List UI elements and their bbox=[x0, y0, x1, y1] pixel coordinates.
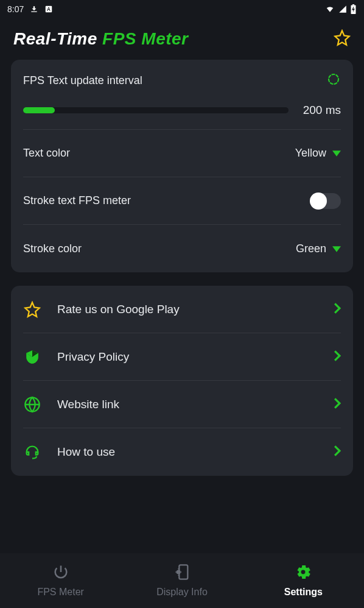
gear-icon bbox=[295, 564, 312, 583]
dropdown-caret-icon bbox=[332, 242, 341, 255]
star-icon bbox=[23, 301, 41, 318]
nav-settings[interactable]: Settings bbox=[243, 553, 364, 608]
power-icon bbox=[52, 564, 69, 583]
favorite-star-icon[interactable] bbox=[334, 29, 351, 49]
rate-us-label: Rate us on Google Play bbox=[57, 303, 318, 316]
nav-settings-label: Settings bbox=[284, 587, 323, 598]
chevron-right-icon bbox=[334, 398, 341, 411]
app-badge-icon: A bbox=[44, 5, 53, 13]
stroke-color-label: Stroke color bbox=[23, 242, 82, 255]
settings-card: FPS Text update interval 200 ms Text col… bbox=[11, 60, 353, 272]
svg-point-4 bbox=[329, 74, 338, 84]
app-header: Real-Time FPS Meter bbox=[0, 18, 364, 60]
app-title: Real-Time FPS Meter bbox=[13, 29, 189, 49]
text-color-row[interactable]: Text color Yellow bbox=[23, 130, 341, 177]
status-bar: 8:07 A bbox=[0, 0, 364, 18]
svg-point-7 bbox=[177, 570, 181, 574]
website-label: Website link bbox=[57, 398, 318, 411]
update-interval-label: FPS Text update interval bbox=[23, 74, 142, 87]
text-color-value: Yellow bbox=[295, 147, 326, 160]
stroke-toggle-row: Stroke text FPS meter bbox=[23, 177, 341, 225]
update-interval-row: FPS Text update interval 200 ms bbox=[23, 60, 341, 130]
svg-rect-3 bbox=[352, 4, 354, 5]
battery-icon bbox=[350, 4, 357, 14]
how-to-use-link[interactable]: How to use bbox=[23, 428, 341, 476]
chevron-right-icon bbox=[334, 303, 341, 316]
text-color-label: Text color bbox=[23, 147, 70, 160]
headset-icon bbox=[23, 444, 41, 461]
chevron-right-icon bbox=[334, 350, 341, 364]
download-icon bbox=[30, 5, 38, 13]
slider-fill bbox=[23, 107, 55, 113]
nav-fps-label: FPS Meter bbox=[37, 587, 83, 598]
dropdown-caret-icon bbox=[332, 147, 341, 160]
privacy-policy-link[interactable]: Privacy Policy bbox=[23, 333, 341, 381]
stroke-toggle[interactable] bbox=[310, 193, 341, 209]
refresh-icon[interactable] bbox=[326, 72, 341, 89]
stroke-color-row[interactable]: Stroke color Green bbox=[23, 225, 341, 272]
rate-us-link[interactable]: Rate us on Google Play bbox=[23, 286, 341, 333]
privacy-label: Privacy Policy bbox=[57, 350, 318, 364]
toggle-knob bbox=[310, 193, 327, 210]
signal-icon bbox=[338, 5, 348, 13]
interval-value: 200 ms bbox=[303, 104, 341, 117]
interval-slider[interactable] bbox=[23, 107, 289, 113]
website-link[interactable]: Website link bbox=[23, 381, 341, 428]
howto-label: How to use bbox=[57, 445, 318, 459]
globe-icon bbox=[23, 396, 41, 413]
links-card: Rate us on Google Play Privacy Policy We… bbox=[11, 286, 353, 476]
nav-display-label: Display Info bbox=[156, 587, 208, 598]
svg-text:A: A bbox=[47, 7, 51, 12]
shield-icon bbox=[23, 348, 41, 366]
nav-display-info[interactable]: Display Info bbox=[121, 553, 242, 608]
stroke-toggle-label: Stroke text FPS meter bbox=[23, 194, 131, 207]
chevron-right-icon bbox=[334, 445, 341, 459]
wifi-icon bbox=[324, 5, 335, 13]
nav-fps-meter[interactable]: FPS Meter bbox=[0, 553, 121, 608]
stroke-color-value: Green bbox=[296, 242, 326, 255]
bottom-nav: FPS Meter Display Info Settings bbox=[0, 553, 364, 608]
device-settings-icon bbox=[173, 564, 191, 583]
status-time: 8:07 bbox=[7, 4, 24, 14]
